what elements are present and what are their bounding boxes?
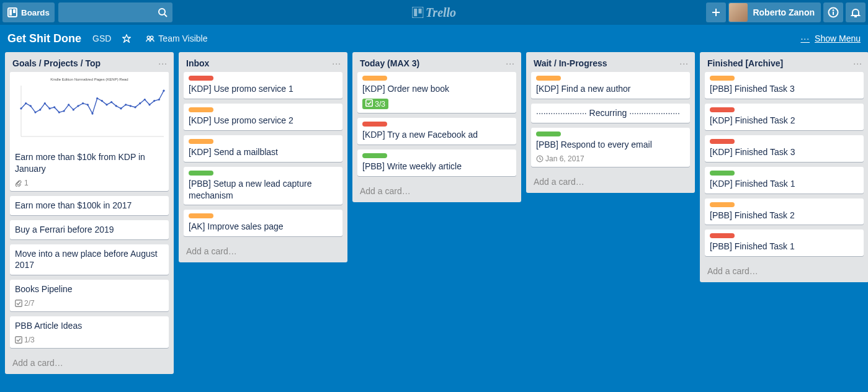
list-menu-button[interactable]: ··· — [332, 58, 341, 68]
card[interactable]: [KDP] Send a mailblast — [184, 135, 342, 162]
create-button[interactable] — [706, 2, 726, 22]
add-card-button[interactable]: Add a card… — [700, 261, 868, 282]
svg-point-43 — [125, 104, 127, 105]
card[interactable]: [PBB] Setup a new lead capture mechanism — [184, 167, 342, 205]
card[interactable]: ····················· Recurring ········… — [531, 104, 690, 123]
card-title: ····················· Recurring ········… — [536, 107, 685, 119]
card-title: [AK] Improve sales page — [189, 221, 338, 233]
card-badges: Jan 6, 2017 — [536, 154, 685, 163]
svg-point-50 — [158, 99, 160, 100]
list-title[interactable]: Inbox — [186, 58, 332, 68]
list-cards: [KDP] Use promo service 1 [KDP] Use prom… — [179, 72, 347, 241]
svg-point-23 — [30, 105, 32, 107]
card[interactable]: [KDP] Order new book 3/3 — [357, 72, 516, 113]
app-logo[interactable]: Trello — [412, 6, 456, 20]
boards-button[interactable]: Boards — [2, 2, 55, 22]
card-label-orange — [536, 76, 561, 81]
card[interactable]: Buy a Ferrari before 2019 — [10, 220, 169, 239]
card[interactable]: Books Pipeline 2/7 — [10, 280, 169, 311]
list-menu-button[interactable]: ··· — [679, 58, 689, 68]
list-menu-button[interactable]: ··· — [506, 58, 515, 68]
add-card-button[interactable]: Add a card… — [352, 181, 521, 202]
card-title: [KDP] Use promo service 1 — [189, 83, 338, 95]
card[interactable]: [KDP] Use promo service 2 — [184, 104, 342, 130]
notifications-button[interactable] — [846, 2, 866, 22]
card-title: Move into a new place before August 2017 — [15, 248, 164, 272]
card[interactable]: [KDP] Find a new author — [531, 72, 690, 99]
svg-point-21 — [20, 107, 22, 109]
header-right: Roberto Zanon — [706, 2, 866, 22]
card-title: [PBB] Write weekly article — [362, 161, 511, 172]
list-title[interactable]: Goals / Projects / Top — [12, 58, 158, 68]
card[interactable]: [PBB] Finished Task 2 — [705, 198, 864, 225]
board-short-code[interactable]: GSD — [92, 33, 111, 43]
show-menu-label: Show Menu — [815, 33, 861, 43]
checklist-icon — [15, 336, 22, 344]
svg-point-15 — [148, 36, 150, 38]
show-menu-button[interactable]: ··· Show Menu — [800, 33, 861, 43]
user-menu[interactable]: Roberto Zanon — [728, 2, 821, 22]
card[interactable]: [PBB] Write weekly article — [357, 149, 516, 176]
card-title: [KDP] Send a mailblast — [189, 146, 338, 158]
ellipsis-icon: ··· — [800, 33, 810, 43]
card-labels — [710, 233, 859, 238]
card[interactable]: [KDP] Finished Task 2 — [705, 104, 864, 130]
svg-point-3 — [159, 9, 165, 15]
card-badges: 2/7 — [15, 299, 164, 308]
search-input[interactable] — [58, 2, 172, 22]
star-icon — [122, 34, 131, 43]
card-labels — [362, 76, 511, 81]
card-label-orange — [362, 76, 387, 81]
list-menu-button[interactable]: ··· — [853, 58, 862, 68]
add-card-button[interactable]: Add a card… — [179, 241, 347, 262]
add-card-button[interactable]: Add a card… — [526, 172, 695, 193]
card-labels — [710, 107, 859, 112]
svg-point-12 — [833, 10, 834, 11]
card-title: Earn more than $10k from KDP in January — [15, 151, 164, 175]
list-title[interactable]: Finished [Archive] — [707, 58, 853, 68]
list-title[interactable]: Wait / In-Progress — [534, 58, 679, 68]
card-title: [KDP] Order new book — [362, 83, 511, 95]
card[interactable]: [PBB] Finished Task 1 — [705, 229, 864, 256]
card[interactable]: Earn more than $100k in 2017 — [10, 196, 169, 215]
card[interactable]: [KDP] Finished Task 1 — [705, 167, 864, 194]
card[interactable]: [KDP] Use promo service 1 — [184, 72, 342, 99]
svg-marker-14 — [123, 35, 130, 42]
card[interactable]: Kindle Edition Normalized Pages (KENP) R… — [10, 72, 169, 191]
info-button[interactable] — [823, 2, 843, 22]
card-label-green — [536, 131, 561, 136]
card-title: Books Pipeline — [15, 283, 164, 295]
card-title: Buy a Ferrari before 2019 — [15, 224, 164, 236]
svg-rect-2 — [13, 9, 16, 13]
card-label-red — [362, 122, 387, 127]
visibility-label: Team Visible — [158, 33, 207, 43]
card-title: [PBB] Respond to every email — [536, 139, 685, 151]
list-menu-button[interactable]: ··· — [158, 58, 168, 68]
card-title: [PBB] Finished Task 3 — [710, 83, 859, 95]
svg-point-34 — [82, 102, 84, 104]
clock-icon — [536, 155, 544, 163]
card-title: [KDP] Find a new author — [536, 83, 685, 95]
card[interactable]: [AK] Improve sales page — [184, 210, 342, 236]
avatar — [729, 3, 748, 22]
card-label-orange — [710, 76, 735, 81]
check-icon — [365, 99, 373, 107]
card[interactable]: [PBB] Finished Task 3 — [705, 72, 864, 99]
card[interactable]: PBB Article Ideas 1/3 — [10, 316, 169, 348]
star-board-button[interactable] — [122, 34, 135, 43]
list: Inbox ··· [KDP] Use promo service 1 [KDP… — [179, 52, 347, 262]
list-title[interactable]: Today (MAX 3) — [360, 58, 506, 68]
card-labels — [189, 107, 338, 112]
card[interactable]: [KDP] Finished Task 3 — [705, 135, 864, 162]
visibility-button[interactable]: Team Visible — [146, 33, 207, 43]
svg-point-41 — [115, 105, 117, 107]
board-title[interactable]: Get Shit Done — [7, 32, 81, 45]
card[interactable]: [PBB] Respond to every email Jan 6, 2017 — [531, 128, 690, 167]
card-label-red — [189, 76, 213, 81]
svg-rect-1 — [9, 9, 12, 16]
card-title: Earn more than $100k in 2017 — [15, 200, 164, 212]
card[interactable]: Move into a new place before August 2017 — [10, 244, 169, 275]
add-card-button[interactable]: Add a card… — [5, 353, 174, 374]
card[interactable]: [KDP] Try a new Facebook ad — [357, 118, 516, 145]
card-label-orange — [189, 213, 213, 218]
